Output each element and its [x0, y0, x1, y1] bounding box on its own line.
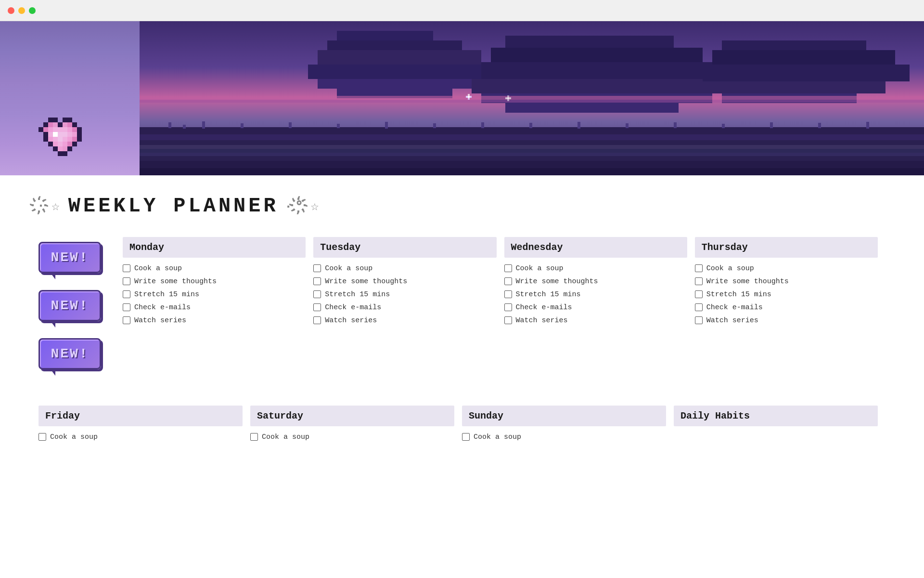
task-checkbox[interactable]: [38, 433, 46, 441]
task-checkbox[interactable]: [123, 264, 130, 272]
task-item: Watch series: [123, 315, 306, 326]
task-label: Write some thoughts: [134, 276, 217, 287]
svg-rect-58: [472, 79, 732, 93]
task-checkbox[interactable]: [504, 277, 512, 285]
bottom-task-list-sunday: Cook a soup: [462, 432, 666, 442]
new-badge-1: NEW!: [38, 242, 103, 280]
day-header-thursday: Thursday: [695, 237, 878, 258]
task-checkbox[interactable]: [123, 316, 130, 324]
task-item: Cook a soup: [313, 263, 496, 274]
task-item: Watch series: [695, 315, 878, 326]
svg-rect-86: [529, 123, 532, 128]
task-checkbox[interactable]: [695, 264, 703, 272]
task-checkbox[interactable]: [313, 290, 321, 298]
svg-rect-85: [481, 122, 484, 128]
task-checkbox[interactable]: [123, 303, 130, 311]
task-label: Cook a soup: [134, 263, 182, 274]
task-item: Cook a soup: [123, 263, 306, 274]
bottom-task-list-saturday: Cook a soup: [250, 432, 454, 442]
task-checkbox[interactable]: [462, 433, 470, 441]
task-checkbox[interactable]: [313, 264, 321, 272]
task-label: Write some thoughts: [706, 276, 789, 287]
svg-rect-81: [289, 122, 292, 128]
task-checkbox[interactable]: [250, 433, 258, 441]
task-checkbox[interactable]: [695, 316, 703, 324]
task-item: Write some thoughts: [504, 276, 687, 287]
title-deco-right: ·°҉☆: [284, 198, 322, 214]
svg-rect-90: [722, 124, 725, 128]
task-checkbox[interactable]: [695, 277, 703, 285]
title-deco-left: ·҉☆: [38, 198, 63, 214]
task-checkbox[interactable]: [123, 290, 130, 298]
task-item: Cook a soup: [504, 263, 687, 274]
page-title-text: WEEKLY PLANNER: [68, 195, 279, 218]
svg-rect-76: [140, 168, 924, 175]
task-checkbox[interactable]: [504, 303, 512, 311]
task-label: Cook a soup: [325, 263, 372, 274]
task-item: Stretch 15 mins: [123, 289, 306, 300]
task-label: Cook a soup: [50, 432, 98, 442]
task-checkbox[interactable]: [313, 316, 321, 324]
main-content: ·҉☆ WEEKLY PLANNER ·°҉☆ NEW! NEW! NEW!: [0, 175, 924, 471]
minimize-button[interactable]: [18, 7, 25, 14]
new-badge-label-2: NEW!: [51, 298, 89, 313]
task-label: Cook a soup: [262, 432, 309, 442]
close-button[interactable]: [8, 7, 14, 14]
svg-rect-102: [507, 99, 509, 101]
svg-rect-71: [140, 145, 924, 149]
task-item: Watch series: [313, 315, 496, 326]
task-checkbox[interactable]: [504, 264, 512, 272]
task-checkbox[interactable]: [504, 290, 512, 298]
task-checkbox[interactable]: [695, 303, 703, 311]
svg-rect-78: [183, 125, 186, 129]
bottom-days-grid: FridayCook a soupSaturdayCook a soupSund…: [38, 406, 886, 452]
task-item: Write some thoughts: [695, 276, 878, 287]
new-badges-sidebar: NEW! NEW! NEW!: [38, 242, 103, 377]
svg-rect-72: [140, 149, 924, 153]
new-badge-3: NEW!: [38, 338, 103, 377]
svg-rect-50: [327, 40, 462, 50]
bottom-day-header-daily-habits: Daily Habits: [674, 406, 878, 426]
task-item: Cook a soup: [695, 263, 878, 274]
svg-rect-53: [318, 79, 481, 89]
svg-rect-67: [140, 100, 924, 103]
svg-rect-94: [466, 96, 468, 98]
title-bar: [0, 0, 924, 21]
day-column-thursday: ThursdayCook a soupWrite some thoughtsSt…: [695, 237, 886, 335]
task-item: Check e-mails: [695, 302, 878, 313]
task-label: Stretch 15 mins: [516, 289, 581, 300]
bottom-day-column-friday: FridayCook a soup: [38, 406, 250, 452]
task-item: Watch series: [504, 315, 687, 326]
svg-rect-95: [468, 94, 470, 96]
day-column-tuesday: TuesdayCook a soupWrite some thoughtsStr…: [313, 237, 504, 335]
svg-rect-100: [507, 95, 509, 97]
svg-rect-92: [818, 123, 821, 128]
svg-rect-69: [140, 134, 924, 140]
task-checkbox[interactable]: [695, 290, 703, 298]
task-checkbox[interactable]: [313, 277, 321, 285]
svg-rect-103: [507, 97, 509, 99]
svg-rect-68: [140, 127, 924, 134]
maximize-button[interactable]: [29, 7, 36, 14]
bottom-task-list-friday: Cook a soup: [38, 432, 243, 442]
svg-rect-63: [703, 65, 910, 81]
task-label: Check e-mails: [325, 302, 381, 313]
svg-rect-101: [509, 97, 511, 99]
task-label: Write some thoughts: [325, 276, 407, 287]
planner-section: NEW! NEW! NEW! MondayCook a soupWrite so…: [38, 237, 886, 377]
task-label: Cook a soup: [706, 263, 754, 274]
task-label: Cook a soup: [474, 432, 521, 442]
task-checkbox[interactable]: [313, 303, 321, 311]
new-badge-label-3: NEW!: [51, 346, 89, 361]
new-badge-2: NEW!: [38, 290, 103, 328]
task-label: Watch series: [516, 315, 568, 326]
task-checkbox[interactable]: [504, 316, 512, 324]
task-label: Stretch 15 mins: [134, 289, 199, 300]
task-item: Stretch 15 mins: [313, 289, 496, 300]
task-list-tuesday: Cook a soupWrite some thoughtsStretch 15…: [313, 263, 496, 326]
svg-rect-74: [140, 156, 924, 161]
svg-rect-60: [505, 103, 679, 113]
task-checkbox[interactable]: [123, 277, 130, 285]
svg-rect-98: [468, 96, 470, 98]
task-item: Stretch 15 mins: [504, 289, 687, 300]
